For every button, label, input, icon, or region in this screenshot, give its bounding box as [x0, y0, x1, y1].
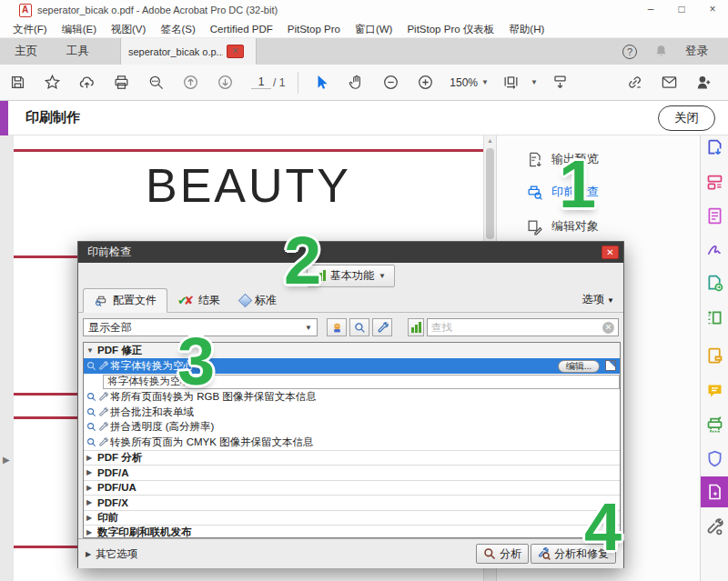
preflight-icon: [526, 184, 543, 201]
zoom-level-value[interactable]: 150%: [450, 76, 478, 89]
panel-item-edit-object[interactable]: 编辑对象: [497, 215, 701, 238]
menu-file[interactable]: 文件(F): [5, 20, 55, 38]
profile-row[interactable]: 将所有页面转换为 RGB 图像并保留文本信息: [84, 390, 620, 406]
selected-profile-row[interactable]: 将字体转换为空心 编辑...: [84, 358, 620, 374]
fill-sign-icon[interactable]: [705, 240, 724, 259]
collapsed-icon[interactable]: ▶: [86, 468, 97, 476]
panel-item-preflight[interactable]: 印前检查: [497, 180, 701, 204]
profile-wizard-icon[interactable]: [327, 318, 347, 336]
expand-icon[interactable]: ▼: [86, 346, 97, 355]
annotation-step-1: 1: [559, 151, 596, 218]
analyze-button[interactable]: 分析: [476, 544, 529, 564]
scroll-up-icon[interactable]: ▲: [487, 137, 493, 144]
maximize-button[interactable]: □: [666, 0, 697, 20]
organize-pages-icon[interactable]: [705, 173, 724, 192]
hand-tool-icon[interactable]: [339, 66, 373, 99]
zoom-out-icon[interactable]: [373, 66, 408, 99]
group-prepress[interactable]: ▶印前: [84, 510, 620, 526]
library-caret-icon: ▼: [379, 272, 386, 280]
link-share-icon[interactable]: [617, 66, 652, 99]
print-production-icon[interactable]: [705, 416, 724, 435]
annotation-step-2: 2: [284, 227, 321, 295]
close-document-icon[interactable]: ×: [227, 45, 244, 58]
menu-pitstop-pro[interactable]: PitStop Pro: [280, 20, 348, 38]
comment-icon[interactable]: [705, 381, 724, 400]
print-icon[interactable]: [104, 66, 138, 99]
minimize-button[interactable]: –: [635, 0, 666, 20]
group-pdfx[interactable]: ▶PDF/X: [84, 495, 620, 510]
tab-standards[interactable]: 标准: [230, 289, 287, 312]
menu-certified-pdf[interactable]: Certified PDF: [203, 20, 280, 38]
search-input[interactable]: [431, 322, 602, 333]
tab-results[interactable]: ✔✘ 结果: [167, 289, 230, 312]
profile-row[interactable]: 拼合批注和表单域: [84, 405, 620, 420]
page-number-input[interactable]: 1: [251, 75, 271, 89]
help-icon[interactable]: ?: [622, 45, 637, 59]
collapsed-icon[interactable]: ▶: [86, 484, 97, 492]
clear-search-icon[interactable]: ✕: [602, 322, 614, 334]
page-boxes-icon[interactable]: [705, 308, 724, 327]
tab-tools[interactable]: 工具: [52, 38, 104, 65]
fit-dropdown-icon[interactable]: ▼: [531, 78, 538, 86]
collapsed-icon[interactable]: ▶: [86, 498, 97, 506]
scrolling-mode-icon[interactable]: [543, 66, 578, 99]
group-pdfa[interactable]: ▶PDF/A: [84, 465, 620, 480]
combine-files-icon[interactable]: [705, 206, 724, 225]
protect-icon[interactable]: [705, 449, 724, 468]
next-page-icon[interactable]: [207, 66, 242, 99]
tab-profiles[interactable]: 配置文件: [83, 288, 167, 313]
group-pdfua[interactable]: ▶PDF/UA: [84, 480, 620, 496]
menu-help[interactable]: 帮助(H): [501, 20, 551, 38]
profile-row[interactable]: 拼合透明度 (高分辨率): [84, 420, 620, 436]
group-pdf-fixups[interactable]: ▼ PDF 修正: [84, 343, 620, 358]
output-preview-icon: [526, 151, 543, 168]
active-tool-icon[interactable]: [701, 476, 728, 507]
collapsed-icon[interactable]: ▶: [86, 514, 97, 522]
send-for-review-icon[interactable]: [705, 274, 724, 293]
collapsed-icon[interactable]: ▶: [86, 454, 97, 462]
panel-item-output-preview[interactable]: 输出预览: [497, 147, 701, 171]
group-digital-printing[interactable]: ▶数字印刷和联机发布: [84, 525, 620, 538]
single-fixup-icon[interactable]: [372, 318, 392, 336]
star-icon[interactable]: [35, 66, 69, 99]
email-icon[interactable]: [652, 66, 686, 99]
zoom-in-icon[interactable]: [408, 66, 442, 99]
close-tool-button[interactable]: 关闭: [658, 105, 715, 131]
tab-home[interactable]: 主页: [0, 38, 52, 65]
options-menu[interactable]: 选项 ▼: [582, 292, 614, 312]
scrollbar-thumb[interactable]: [486, 148, 494, 239]
purple-accent-bar: [0, 101, 8, 135]
group-pdf-analysis[interactable]: ▶PDF 分析: [84, 450, 620, 466]
other-options-toggle[interactable]: ▶ 其它选项: [86, 547, 137, 561]
collapsed-icon[interactable]: ▶: [86, 528, 97, 536]
profile-row[interactable]: 转换所有页面为 CMYK 图像并保留文本信息: [84, 435, 620, 450]
library-view-icon[interactable]: [408, 318, 424, 336]
menu-pitstop-dashboard[interactable]: PitStop Pro 仪表板: [399, 20, 501, 38]
previous-page-icon[interactable]: [173, 66, 207, 99]
menu-window[interactable]: 窗口(W): [348, 20, 400, 38]
menu-sign[interactable]: 签名(S): [153, 20, 202, 38]
share-upload-icon[interactable]: [69, 66, 104, 99]
save-icon[interactable]: [0, 66, 35, 99]
fixup-icon: [98, 407, 108, 417]
sign-in-button[interactable]: 登录: [685, 44, 708, 59]
menu-view[interactable]: 视图(V): [104, 20, 153, 38]
profile-flag-icon[interactable]: [605, 360, 616, 371]
menu-edit[interactable]: 编辑(E): [55, 20, 104, 38]
stamp-icon[interactable]: [705, 346, 724, 366]
search-icon[interactable]: [138, 66, 173, 99]
export-pdf-icon[interactable]: [705, 138, 724, 157]
close-window-button[interactable]: ×: [697, 0, 728, 20]
add-tools-icon[interactable]: [705, 517, 724, 536]
add-person-icon[interactable]: [686, 66, 721, 99]
tab-document[interactable]: seperator_bicak o.p... ×: [120, 38, 257, 65]
dialog-close-icon[interactable]: ✕: [602, 245, 619, 259]
single-check-icon[interactable]: [349, 318, 369, 336]
edit-profile-button[interactable]: 编辑...: [558, 360, 600, 373]
fit-width-icon[interactable]: [494, 66, 529, 99]
zoom-dropdown-icon[interactable]: ▼: [481, 78, 489, 86]
bell-icon[interactable]: [653, 44, 669, 59]
dialog-titlebar[interactable]: 印前检查 ✕: [78, 242, 623, 263]
select-tool-icon[interactable]: [304, 66, 339, 99]
left-pane-toggle-icon[interactable]: ▶: [3, 455, 10, 465]
